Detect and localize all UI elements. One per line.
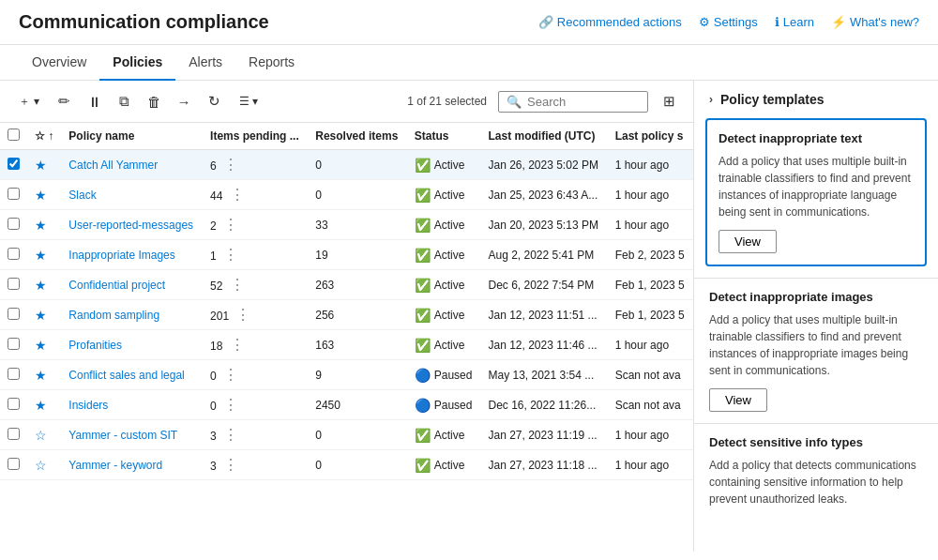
- status-text: Active: [434, 219, 465, 232]
- copy-button[interactable]: ⧉: [111, 88, 137, 114]
- table-row: ☆ Yammer - custom SIT 3 ⋮ 0 ✅ Active Jan…: [0, 420, 693, 450]
- row-policy-name[interactable]: Insiders: [61, 390, 203, 420]
- template-desc-sensitive: Add a policy that detects communications…: [709, 457, 923, 507]
- template-view-btn-images[interactable]: View: [709, 388, 767, 412]
- row-checkbox[interactable]: [8, 308, 20, 320]
- row-star-cell[interactable]: ★: [27, 240, 61, 270]
- row-last-policy: 1 hour ago: [608, 210, 693, 240]
- row-context-menu[interactable]: ⋮: [223, 457, 238, 473]
- add-button[interactable]: ＋ ▾: [11, 88, 47, 114]
- search-input[interactable]: [527, 95, 640, 109]
- row-policy-name[interactable]: Inappropriate Images: [61, 240, 203, 270]
- row-status: 🔵 Paused: [407, 360, 481, 390]
- row-last-modified: Jan 12, 2023 11:46 ...: [480, 330, 607, 360]
- row-context-menu[interactable]: ⋮: [223, 367, 238, 383]
- col-last-modified[interactable]: Last modified (UTC): [480, 123, 607, 150]
- refresh-button[interactable]: ↻: [201, 88, 227, 114]
- status-text: Active: [434, 309, 465, 322]
- row-checkbox[interactable]: [8, 248, 20, 260]
- row-star-cell[interactable]: ☆: [27, 450, 61, 480]
- star-filled-icon: ★: [35, 398, 47, 413]
- row-policy-name[interactable]: Profanities: [61, 330, 203, 360]
- row-context-menu[interactable]: ⋮: [230, 337, 245, 353]
- row-policy-name[interactable]: Random sampling: [61, 300, 203, 330]
- row-last-policy: 1 hour ago: [608, 420, 693, 450]
- row-context-menu[interactable]: ⋮: [223, 157, 238, 173]
- row-policy-name[interactable]: Conflict sales and legal: [61, 360, 203, 390]
- table-row: ★ Catch All Yammer 6 ⋮ 0 ✅ Active Jan 26…: [0, 150, 693, 180]
- row-checkbox[interactable]: [8, 188, 20, 200]
- tab-alerts[interactable]: Alerts: [175, 45, 235, 81]
- row-checkbox[interactable]: [8, 338, 20, 350]
- row-checkbox[interactable]: [8, 158, 20, 170]
- tab-overview[interactable]: Overview: [19, 45, 99, 81]
- whatsnew-btn[interactable]: ⚡ What's new?: [831, 15, 919, 29]
- settings-btn[interactable]: ⚙ Settings: [699, 15, 758, 29]
- grid-view-button[interactable]: ⊞: [656, 88, 682, 114]
- table-row: ★ Random sampling 201 ⋮ 256 ✅ Active Jan…: [0, 300, 693, 330]
- row-star-cell[interactable]: ★: [27, 150, 61, 180]
- row-checkbox[interactable]: [8, 218, 20, 230]
- row-context-menu[interactable]: ⋮: [223, 397, 238, 413]
- row-context-menu[interactable]: ⋮: [235, 307, 250, 323]
- col-items-pending[interactable]: Items pending ...: [203, 123, 308, 150]
- row-last-modified: Jan 27, 2023 11:19 ...: [480, 420, 607, 450]
- row-checkbox[interactable]: [8, 398, 20, 410]
- recommended-actions-btn[interactable]: 🔗 Recommended actions: [538, 15, 682, 29]
- row-resolved-items: 2450: [308, 390, 406, 420]
- row-policy-name[interactable]: Yammer - custom SIT: [61, 420, 203, 450]
- col-resolved-items[interactable]: Resolved items: [308, 123, 406, 150]
- row-checkbox[interactable]: [8, 278, 20, 290]
- row-last-modified: Jan 26, 2023 5:02 PM: [480, 150, 607, 180]
- template-view-btn-text[interactable]: View: [719, 230, 777, 253]
- row-star-cell[interactable]: ★: [27, 390, 61, 420]
- row-policy-name[interactable]: Catch All Yammer: [61, 150, 203, 180]
- row-context-menu[interactable]: ⋮: [223, 217, 238, 233]
- view-button[interactable]: ☰ ▾: [231, 88, 266, 114]
- tab-reports[interactable]: Reports: [235, 45, 308, 81]
- row-policy-name[interactable]: Confidential project: [61, 270, 203, 300]
- col-status[interactable]: Status: [407, 123, 481, 150]
- settings-icon: ⚙: [699, 15, 710, 29]
- row-policy-name[interactable]: Yammer - keyword: [61, 450, 203, 480]
- row-policy-name[interactable]: Slack: [61, 180, 203, 210]
- row-checkbox[interactable]: [8, 428, 20, 440]
- active-icon: ✅: [415, 278, 431, 293]
- row-policy-name[interactable]: User-reported-messages: [61, 210, 203, 240]
- row-context-menu[interactable]: ⋮: [230, 187, 245, 203]
- row-status: ✅ Active: [407, 180, 481, 210]
- star-filled-icon: ★: [35, 368, 47, 383]
- row-star-cell[interactable]: ★: [27, 270, 61, 300]
- row-star-cell[interactable]: ★: [27, 210, 61, 240]
- select-all-checkbox[interactable]: [8, 129, 20, 141]
- row-star-cell[interactable]: ☆: [27, 420, 61, 450]
- col-policy-name[interactable]: Policy name: [61, 123, 203, 150]
- row-last-modified: Dec 6, 2022 7:54 PM: [480, 270, 607, 300]
- learn-btn[interactable]: ℹ Learn: [775, 15, 814, 29]
- move-button[interactable]: →: [171, 88, 197, 114]
- tab-policies[interactable]: Policies: [99, 45, 175, 81]
- template-title-text: Detect inappropriate text: [719, 131, 914, 145]
- status-text: Active: [434, 249, 465, 262]
- row-star-cell[interactable]: ★: [27, 330, 61, 360]
- row-items-pending: 3 ⋮: [203, 420, 308, 450]
- row-checkbox[interactable]: [8, 458, 20, 470]
- row-context-menu[interactable]: ⋮: [223, 427, 238, 443]
- col-last-policy[interactable]: Last policy s: [608, 123, 693, 150]
- row-status: ✅ Active: [407, 300, 481, 330]
- row-context-menu[interactable]: ⋮: [223, 247, 238, 263]
- side-panel: › Policy templates Detect inappropriate …: [694, 81, 938, 552]
- template-desc-images: Add a policy that uses multiple built-in…: [709, 311, 923, 379]
- row-star-cell[interactable]: ★: [27, 180, 61, 210]
- row-last-policy: 1 hour ago: [608, 330, 693, 360]
- row-checkbox-cell: [0, 150, 27, 180]
- row-context-menu[interactable]: ⋮: [230, 277, 245, 293]
- row-star-cell[interactable]: ★: [27, 360, 61, 390]
- row-star-cell[interactable]: ★: [27, 300, 61, 330]
- edit-button[interactable]: ✏: [51, 88, 77, 114]
- status-text: Active: [434, 159, 465, 172]
- row-items-pending: 3 ⋮: [203, 450, 308, 480]
- delete-button[interactable]: 🗑: [141, 88, 167, 114]
- pause-button[interactable]: ⏸: [81, 88, 107, 114]
- row-checkbox[interactable]: [8, 368, 20, 380]
